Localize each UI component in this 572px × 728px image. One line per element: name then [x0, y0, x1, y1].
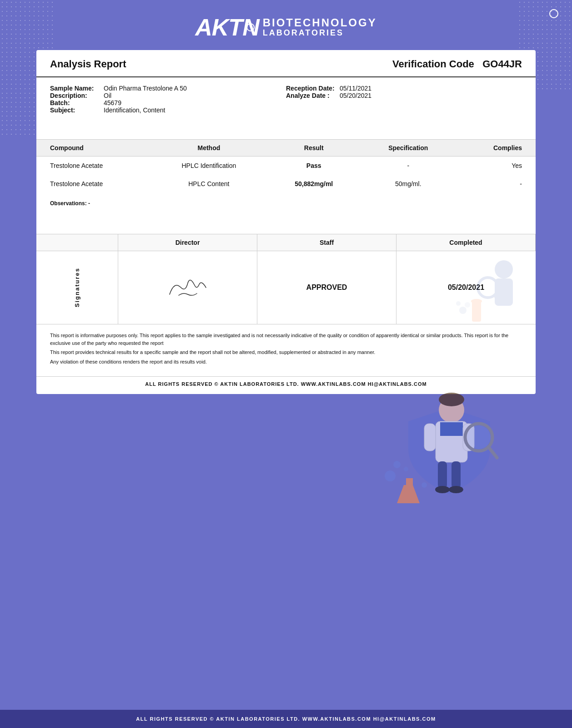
data-table: Compound Method Result Specification Com…: [36, 139, 536, 193]
disclaimer-line3: Any violation of these conditions render…: [50, 358, 522, 366]
svg-point-25: [393, 461, 401, 468]
disclaimer-line1: This report is informative purposes only…: [50, 332, 522, 347]
report-title: Analysis Report: [50, 58, 126, 70]
td-specification-2: 50mg/ml.: [361, 175, 456, 193]
td-method-1: HPLC Identification: [151, 157, 267, 175]
logo: AKTN BIOTECHNOLOGY LABORATORIES: [195, 14, 376, 41]
th-method: Method: [151, 140, 267, 157]
th-specification: Specification: [361, 140, 456, 157]
header: AKTN BIOTECHNOLOGY LABORATORIES: [0, 0, 572, 50]
logo-line1: BIOTECHNOLOGY: [263, 17, 377, 29]
svg-point-7: [456, 301, 461, 306]
svg-point-5: [471, 299, 482, 303]
td-complies-1: Yes: [456, 157, 536, 175]
sig-body-row: Signatures APPROVED 05/20/2021: [36, 251, 536, 324]
logo-icon: AKTN: [195, 14, 259, 41]
svg-rect-15: [438, 461, 447, 489]
svg-point-8: [465, 302, 470, 308]
td-result-1: Pass: [267, 157, 361, 175]
table-row: Trestolone Acetate HPLC Content 50,882mg…: [36, 175, 536, 193]
sig-empty-header: [36, 234, 118, 251]
observations: Observations: -: [36, 193, 536, 234]
svg-point-24: [385, 470, 396, 481]
svg-point-10: [439, 393, 464, 406]
th-complies: Complies: [456, 140, 536, 157]
bottom-area: [36, 403, 536, 540]
td-compound-1: Trestolone Acetate: [36, 157, 151, 175]
sig-completed-header: Completed: [396, 234, 536, 251]
reception-date-value: 05/11/2021: [340, 85, 371, 92]
verification-code-value: GO44JR: [482, 58, 522, 70]
description-label: Description:: [50, 92, 100, 99]
sample-name-label: Sample Name:: [50, 85, 100, 92]
sig-label-rotated: Signatures: [74, 268, 80, 307]
sig-completed-cell: 05/20/2021: [396, 251, 536, 324]
batch-row: Batch: 45679: [50, 99, 286, 106]
verification-label: Verification Code: [392, 58, 474, 70]
td-complies-2: -: [456, 175, 536, 193]
report-header: Analysis Report Verification Code GO44JR: [36, 50, 536, 77]
sig-director-header: Director: [118, 234, 257, 251]
main-card: Analysis Report Verification Code GO44JR…: [36, 50, 536, 394]
reception-date-row: Reception Date: 05/11/2021: [286, 85, 522, 92]
reception-date-label: Reception Date:: [286, 85, 336, 92]
scientist-watermark: [454, 256, 536, 324]
table-row: Trestolone Acetate HPLC Identification P…: [36, 157, 536, 175]
disclaimer-line2: This report provides technical results f…: [50, 349, 522, 356]
signatures-section: Director Staff Completed Signatures APPR…: [36, 234, 536, 324]
svg-point-6: [459, 307, 467, 314]
sig-staff-cell: APPROVED: [257, 251, 396, 324]
verification-code: Verification Code GO44JR: [392, 58, 522, 70]
table-header-row: Compound Method Result Specification Com…: [36, 140, 536, 157]
th-compound: Compound: [36, 140, 151, 157]
disclaimer-section: This report is informative purposes only…: [36, 324, 536, 372]
batch-value: 45679: [104, 99, 121, 106]
sample-name-row: Sample Name: Odin Pharma Trestolone A 50: [50, 85, 286, 92]
sig-staff-header: Staff: [257, 234, 396, 251]
svg-rect-4: [472, 301, 481, 322]
subject-row: Subject: Identification, Content: [50, 106, 286, 114]
sig-director-cell: [118, 251, 257, 324]
svg-rect-16: [452, 461, 461, 489]
analyze-date-value: 05/20/2021: [340, 92, 371, 99]
svg-rect-13: [424, 424, 436, 451]
batch-label: Batch:: [50, 99, 100, 106]
th-result: Result: [267, 140, 361, 157]
svg-point-26: [404, 467, 408, 471]
footer-text: ALL RIGHTS RESERVED © AKTIN LABORATORIES…: [136, 716, 436, 722]
svg-point-0: [495, 260, 513, 278]
sample-info: Sample Name: Odin Pharma Trestolone A 50…: [36, 77, 536, 121]
sig-header-row: Director Staff Completed: [36, 234, 536, 251]
analyze-date-row: Analyze Date : 05/20/2021: [286, 92, 522, 99]
logo-text: BIOTECHNOLOGY LABORATORIES: [263, 17, 377, 38]
svg-marker-22: [397, 485, 420, 503]
svg-point-20: [467, 425, 491, 449]
description-value: Oil: [104, 92, 111, 99]
footer: ALL RIGHTS RESERVED © AKTIN LABORATORIES…: [0, 710, 572, 728]
td-specification-1: -: [361, 157, 456, 175]
svg-point-17: [435, 486, 450, 493]
scientist-bottom-illustration: [381, 385, 517, 503]
sig-label-cell: Signatures: [36, 251, 118, 324]
td-method-2: HPLC Content: [151, 175, 267, 193]
td-compound-2: Trestolone Acetate: [36, 175, 151, 193]
svg-point-27: [421, 482, 427, 488]
analyze-date-label: Analyze Date :: [286, 92, 336, 99]
sample-name-value: Odin Pharma Trestolone A 50: [104, 85, 187, 92]
logo-line2: LABORATORIES: [263, 29, 377, 38]
subject-value: Identification, Content: [104, 106, 165, 114]
table-section: Compound Method Result Specification Com…: [36, 139, 536, 193]
svg-point-18: [449, 486, 463, 493]
td-result-2: 50,882mg/ml: [267, 175, 361, 193]
svg-rect-12: [440, 422, 463, 436]
description-row: Description: Oil: [50, 92, 286, 99]
spacer1: [36, 121, 536, 139]
approved-text: APPROVED: [306, 283, 347, 292]
director-signature-svg: [161, 272, 215, 303]
svg-rect-23: [406, 478, 413, 486]
subject-label: Subject:: [50, 106, 100, 114]
observations-text: Observations: -: [50, 200, 90, 207]
